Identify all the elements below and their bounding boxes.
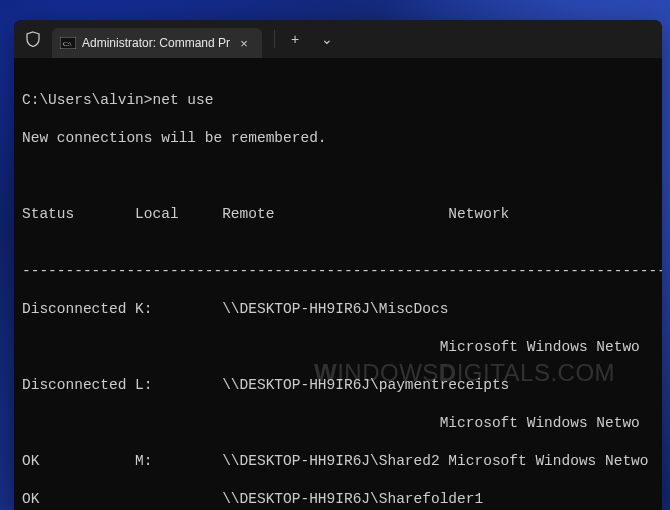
table-row: OK M: \\DESKTOP-HH9IR6J\Shared2 Microsof… <box>18 452 662 471</box>
prompt: C:\Users\alvin> <box>22 92 153 108</box>
table-row: OK \\DESKTOP-HH9IR6J\Sharefolder1 <box>18 490 662 509</box>
tab-separator <box>274 30 275 48</box>
output-line: New connections will be remembered. <box>18 129 662 148</box>
table-row: Microsoft Windows Netwo <box>18 338 662 357</box>
terminal-window: C:\ Administrator: Command Pro × + ⌄ C:\… <box>14 20 662 510</box>
new-tab-button[interactable]: + <box>281 25 309 53</box>
shield-icon <box>24 30 42 48</box>
tab-actions: + ⌄ <box>272 25 341 53</box>
table-row: Disconnected K: \\DESKTOP-HH9IR6J\MiscDo… <box>18 300 662 319</box>
table-header: Status Local Remote Network <box>18 205 662 224</box>
table-row: Microsoft Windows Netwo <box>18 414 662 433</box>
terminal-output[interactable]: C:\Users\alvin>net use New connections w… <box>14 58 662 510</box>
prompt-line: C:\Users\alvin>net use <box>18 91 662 110</box>
table-row: Disconnected L: \\DESKTOP-HH9IR6J\paymen… <box>18 376 662 395</box>
close-icon[interactable]: × <box>236 35 252 51</box>
table-divider: ----------------------------------------… <box>18 262 662 281</box>
tab-dropdown-button[interactable]: ⌄ <box>313 25 341 53</box>
titlebar: C:\ Administrator: Command Pro × + ⌄ <box>14 20 662 58</box>
tab-administrator-cmd[interactable]: C:\ Administrator: Command Pro × <box>52 28 262 58</box>
command: net use <box>153 92 214 108</box>
cmd-icon: C:\ <box>60 35 76 51</box>
tab-title: Administrator: Command Pro <box>82 36 230 50</box>
svg-text:C:\: C:\ <box>63 40 72 48</box>
